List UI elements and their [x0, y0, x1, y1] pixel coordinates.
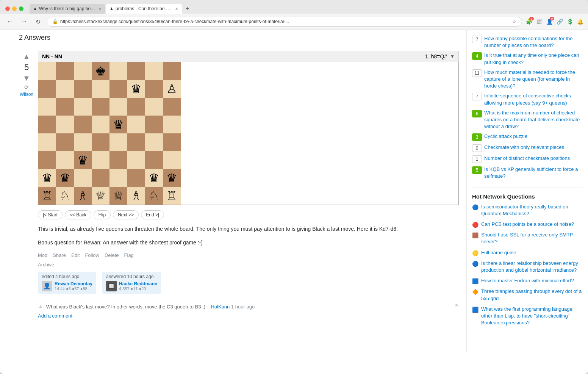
delete-link[interactable]: Delete — [105, 252, 119, 258]
answerer-name-card[interactable]: Hauke Reddmann — [119, 281, 157, 286]
chess-cell-f5 — [127, 116, 145, 133]
related-item-7: 1Number of distinct checkmate positions — [472, 155, 583, 163]
hot-link-4[interactable]: Is there a linear relationship between e… — [481, 260, 583, 274]
related-score-7: 1 — [472, 155, 482, 163]
maximize-button[interactable] — [19, 6, 23, 11]
editor-avatar: 👤 — [42, 281, 52, 291]
chess-cell-c2 — [74, 169, 92, 187]
hot-network-title: Hot Network Questions — [472, 193, 583, 200]
related-link-7[interactable]: Number of distinct checkmate positions — [484, 155, 570, 162]
forward-button[interactable]: → — [19, 17, 30, 26]
chess-cell-c7 — [74, 80, 92, 98]
back-button[interactable]: ← — [5, 17, 15, 26]
related-item-0: 7How many possible combinations for the … — [472, 35, 583, 49]
notification-icon[interactable]: 🔔 — [577, 19, 583, 25]
bookmark-icon[interactable]: ☆ — [512, 19, 516, 24]
related-link-8[interactable]: Is KQB vs KP generally sufficient to for… — [484, 166, 583, 180]
related-link-6[interactable]: Checkmate with only relevant pieces — [484, 144, 564, 151]
editor-name[interactable]: Rewan Demontay — [55, 281, 92, 286]
tab-2-title: problems - Can there be a chec... — [116, 6, 173, 11]
chess-dropdown[interactable]: ▼ — [450, 54, 455, 59]
related-link-1[interactable]: Is it true that at any time only one pie… — [484, 52, 583, 66]
share-link[interactable]: Share — [53, 252, 66, 258]
hot-item-0: 🔵Is semiconductor theory really based on… — [472, 203, 583, 217]
chess-cell-d7 — [92, 80, 109, 98]
related-link-3[interactable]: Infinite sequence of consecutive checks … — [484, 92, 583, 106]
url-bar[interactable]: 🔒 https://chess.stackexchange.com/questi… — [47, 17, 522, 27]
hot-link-3[interactable]: Full name quine — [481, 249, 516, 256]
related-link-2[interactable]: How much material is needed to force the… — [484, 69, 583, 90]
answer-action: answered 10 hours ago — [106, 274, 153, 279]
related-link-0[interactable]: How many possible combinations for the n… — [484, 35, 583, 49]
related-link-4[interactable]: What is the maximum number of checked sq… — [484, 110, 583, 130]
related-item-5: 3Cyclic attack puzzle — [472, 133, 583, 141]
chess-cell-a3 — [38, 151, 56, 169]
chess-cell-b2: ♛ — [56, 169, 74, 187]
hot-link-0[interactable]: Is semiconductor theory really based on … — [481, 203, 583, 217]
new-tab-button[interactable]: + — [183, 4, 192, 14]
hot-icon-7: 🟦 — [472, 307, 478, 313]
comment-upvote[interactable]: ▲ — [38, 303, 43, 309]
tab-2[interactable]: ♟ problems - Can there be a chec... ✕ — [106, 4, 182, 14]
chess-header: NN - NN 1. h8=Q# ▼ — [38, 51, 459, 62]
chess-cell-d2 — [92, 169, 109, 187]
answerer-info: 🔲 Hauke Reddmann 4,357 ●11 ●20 — [106, 281, 157, 291]
chess-cell-a4 — [38, 133, 56, 151]
hot-link-5[interactable]: How to master Fortran with minimal effor… — [481, 277, 574, 284]
security-icon: 🔒 — [52, 19, 58, 24]
downvote-button[interactable]: ▼ — [23, 74, 30, 83]
add-comment-link[interactable]: Add a comment — [38, 313, 459, 319]
follow-link[interactable]: Follow — [85, 252, 99, 258]
chess-cell-g5 — [145, 116, 163, 133]
hot-link-7[interactable]: What was the first programming language,… — [481, 306, 583, 327]
chess-cell-c6 — [74, 98, 92, 116]
answer-text-2: Bonus question for Rewan: An answer with… — [38, 238, 459, 247]
archive-link[interactable]: Archive — [38, 262, 54, 268]
related-score-8: 5 — [472, 166, 482, 174]
flip-button[interactable]: Flip — [94, 210, 111, 219]
chess-cell-c1: ♗ — [74, 187, 92, 205]
browser-window: ♟ Why is there a big gap between... ✕ ♟ … — [0, 0, 588, 374]
chess-container: NN - NN 1. h8=Q# ▼ ♚♛♙♛♛♛♛♛♛♖♘♗♕♕♗♘♖ — [38, 51, 459, 205]
hot-link-6[interactable]: Three triangles passing through every do… — [481, 288, 583, 302]
chess-cell-e5: ♛ — [109, 116, 127, 133]
account-icon[interactable]: 🔗 — [557, 19, 563, 25]
comment-author[interactable]: HolKann — [211, 304, 230, 310]
extensions-icon[interactable]: 🧩 1 — [526, 19, 532, 25]
nav-icons: 🧩 1 📰 👤 9 🔗 💲 🔔 — [526, 19, 583, 25]
hot-link-1[interactable]: Can PCB test points be a source of noise… — [481, 221, 574, 228]
upvote-button[interactable]: ▲ — [23, 52, 30, 61]
profile-icon[interactable]: 👤 9 — [546, 19, 553, 25]
history-icon[interactable]: ⟳ — [24, 84, 29, 90]
main-content: 2 Answers ▲ 5 ▼ ⟳ Wilson NN - NN — [0, 30, 588, 352]
chess-cell-g4 — [145, 133, 163, 151]
tab-2-favicon: ♟ — [110, 7, 113, 11]
hot-icon-0: 🔵 — [472, 204, 478, 210]
back-button[interactable]: << Back — [65, 210, 91, 219]
reader-mode-icon[interactable]: 📰 — [536, 19, 543, 25]
wallet-icon[interactable]: 💲 — [567, 19, 573, 25]
next-button[interactable]: Next >> — [113, 210, 139, 219]
comment-item: ▲ What was Black's last move? In other w… — [38, 303, 459, 310]
chess-cell-a7 — [38, 80, 56, 98]
close-button[interactable] — [5, 6, 10, 11]
tab-2-close[interactable]: ✕ — [175, 7, 178, 11]
chess-cell-f8 — [127, 62, 145, 80]
refresh-button[interactable]: ↻ — [33, 17, 43, 26]
flag-link[interactable]: Flag — [124, 252, 134, 258]
minimize-button[interactable] — [12, 6, 17, 11]
answerer-name[interactable]: Wilson — [20, 92, 33, 97]
edit-link[interactable]: Edit — [71, 252, 80, 258]
chess-cell-d3 — [92, 151, 109, 169]
tab-1-close[interactable]: ✕ — [99, 7, 102, 11]
answerer-rep: 4,357 ●11 ●20 — [119, 286, 157, 291]
hot-link-2[interactable]: Should I use SSL for a receive only SMTP… — [481, 232, 583, 245]
mod-link[interactable]: Mod — [38, 252, 47, 258]
related-link-5[interactable]: Cyclic attack puzzle — [484, 133, 527, 140]
tab-1[interactable]: ♟ Why is there a big gap between... ✕ — [30, 4, 105, 14]
flag-icon[interactable]: ⚑ — [455, 303, 459, 308]
editor-details: Rewan Demontay 14.4k ●3 ●57 ●88 — [55, 281, 92, 291]
start-button[interactable]: |< Start — [38, 210, 63, 219]
hot-network-section: Hot Network Questions 🔵Is semiconductor … — [472, 193, 583, 327]
end-button[interactable]: End >| — [141, 210, 164, 219]
